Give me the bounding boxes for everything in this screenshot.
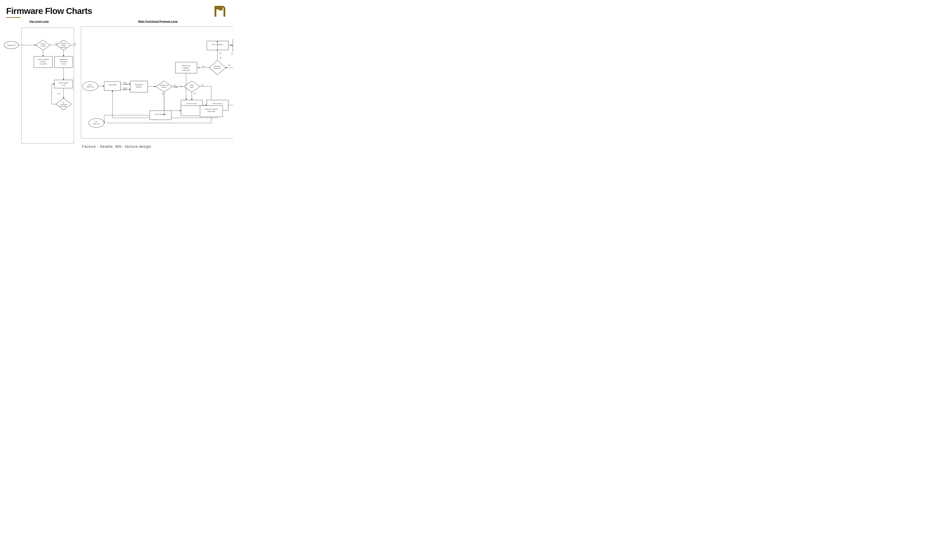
svg-text:Main Loop: Main Loop — [93, 123, 100, 125]
svg-text:Button: Button — [190, 85, 194, 86]
svg-text:BT: BT — [63, 102, 65, 103]
svg-text:Modem: Modem — [136, 86, 142, 88]
svg-text:No: No — [219, 52, 221, 54]
svg-text:Check for Push: Check for Push — [186, 103, 197, 105]
svg-text:Connection: Connection — [60, 61, 68, 63]
page-title: Firmware Flow Charts — [6, 6, 227, 16]
svg-text:Yes: Yes — [173, 84, 176, 86]
svg-text:Main Loop: Main Loop — [86, 86, 94, 88]
svg-text:Light Sleep: Light Sleep — [108, 84, 117, 86]
svg-text:Config?: Config? — [40, 45, 46, 47]
svg-marker-0 — [214, 6, 225, 17]
charts-container: Top Level Loop Power On Saved Confi — [0, 20, 233, 152]
right-chart-title: Main Functional Program Loop — [80, 20, 233, 23]
svg-text:Response: Response — [214, 65, 221, 67]
svg-rect-66 — [104, 82, 120, 91]
svg-text:Received?: Received? — [214, 68, 221, 69]
svg-text:No: No — [74, 43, 76, 45]
footer-text: Facture - Seattle, WA - facture.design — [82, 145, 151, 149]
svg-text:No: No — [230, 44, 232, 46]
right-flowchart: Enter Main Loop Light Sleep Timer Expire… — [80, 25, 233, 146]
svg-text:Still Valid?: Still Valid? — [60, 106, 67, 107]
svg-text:Yes: Yes — [57, 93, 60, 95]
svg-text:Record & Transmit: Record & Transmit — [205, 108, 218, 110]
svg-text:No: No — [162, 93, 164, 95]
svg-rect-137 — [181, 106, 202, 116]
svg-text:Lost connection): Lost connection) — [233, 48, 233, 49]
svg-text:Known: Known — [61, 42, 66, 44]
svg-text:Held?: Held? — [190, 86, 194, 88]
svg-marker-1 — [216, 8, 223, 11]
svg-text:Wireless Link: Wireless Link — [160, 84, 169, 86]
page-header: Firmware Flow Charts — [0, 0, 233, 18]
svg-text:Yes: Yes — [231, 53, 233, 55]
svg-rect-138 — [150, 111, 171, 120]
svg-rect-38 — [54, 80, 73, 88]
svg-text:Yes: Yes — [228, 64, 230, 66]
svg-text:Timer: Timer — [123, 82, 127, 83]
svg-text:Receive and: Receive and — [182, 65, 190, 67]
svg-text:to Host: to Host — [61, 63, 66, 65]
svg-text:BT/BLE: BT/BLE — [61, 45, 66, 46]
svg-text:connection: connection — [39, 63, 47, 65]
svg-text:Exit: Exit — [95, 121, 98, 123]
svg-rect-126 — [233, 40, 233, 51]
title-underline — [6, 17, 20, 18]
svg-text:Connection: Connection — [60, 104, 67, 105]
svg-text:Button: Button — [123, 87, 127, 89]
left-chart: Top Level Loop Power On Saved Confi — [2, 20, 76, 152]
svg-text:Audio Data: Audio Data — [207, 111, 215, 112]
left-chart-title: Top Level Loop — [2, 20, 76, 23]
svg-text:Saved: Saved — [41, 43, 46, 45]
svg-text:Yes: Yes — [201, 84, 204, 86]
svg-text:Loop: Loop — [62, 84, 65, 86]
svg-text:Main Program: Main Program — [59, 82, 68, 84]
svg-text:network: network — [40, 61, 46, 63]
svg-text:No: No — [219, 57, 222, 59]
svg-text:Establish BT: Establish BT — [59, 58, 68, 60]
svg-text:Expired: Expired — [123, 84, 128, 85]
svg-text:Poll for Server: Poll for Server — [213, 103, 222, 105]
svg-text:Reinitialize: Reinitialize — [135, 84, 143, 86]
svg-text:No: No — [194, 92, 196, 94]
right-chart: Main Functional Program Loop Enter Main … — [80, 20, 233, 152]
svg-text:Playback: Playback — [183, 67, 189, 69]
company-logo — [213, 4, 227, 18]
left-flowchart: Power On Saved Config? Yes Loop to estab… — [2, 25, 76, 152]
svg-text:Loop to establish: Loop to establish — [37, 58, 49, 60]
svg-text:Audio Data: Audio Data — [182, 69, 190, 71]
svg-text:Present?: Present? — [60, 46, 67, 48]
svg-text:Active?: Active? — [162, 86, 167, 88]
svg-text:Power On: Power On — [7, 44, 15, 46]
svg-text:Error Indication: Error Indication — [155, 113, 166, 115]
svg-text:Enter: Enter — [88, 84, 92, 86]
svg-text:+Button: +Button — [173, 86, 178, 88]
svg-text:Yes: Yes — [202, 65, 205, 67]
